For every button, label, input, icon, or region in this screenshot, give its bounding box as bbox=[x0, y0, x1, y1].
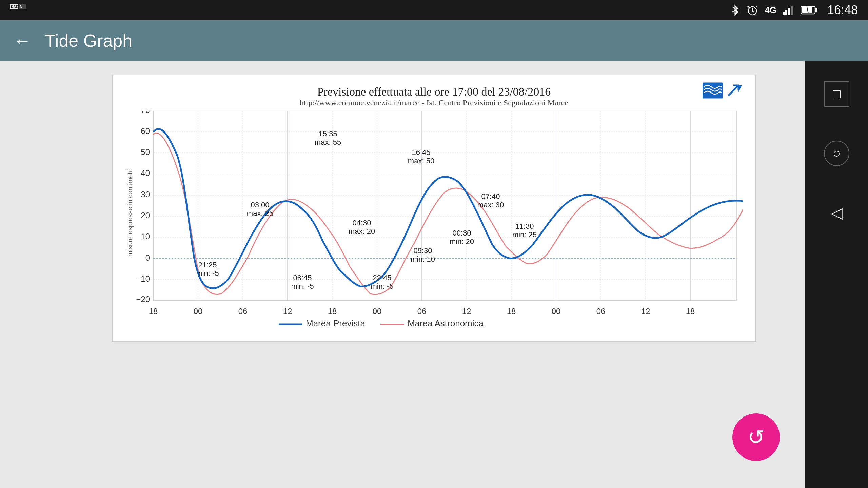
svg-text:20: 20 bbox=[141, 211, 150, 220]
svg-text:00: 00 bbox=[194, 307, 203, 316]
svg-line-7 bbox=[748, 6, 749, 7]
svg-text:70: 70 bbox=[141, 111, 150, 115]
svg-text:min: 10: min: 10 bbox=[411, 255, 435, 263]
svg-text:min: -5: min: -5 bbox=[196, 269, 219, 278]
svg-text:DATA: DATA bbox=[11, 5, 20, 9]
tide-chart-svg: 70 60 50 40 30 20 10 0 −10 −20 misure es… bbox=[126, 111, 743, 328]
status-bar: DATA N 4G bbox=[0, 0, 868, 20]
svg-text:min: -5: min: -5 bbox=[371, 282, 393, 290]
page-title: Tide Graph bbox=[45, 30, 132, 51]
svg-rect-10 bbox=[785, 10, 787, 15]
back-nav-button[interactable]: ◁ bbox=[824, 200, 849, 225]
svg-text:60: 60 bbox=[141, 126, 150, 136]
square-button[interactable]: □ bbox=[824, 81, 849, 107]
svg-rect-9 bbox=[783, 12, 785, 15]
svg-text:−20: −20 bbox=[136, 294, 150, 304]
svg-text:06: 06 bbox=[596, 307, 606, 316]
svg-text:N: N bbox=[20, 4, 23, 9]
bluetooth-icon bbox=[730, 3, 740, 17]
external-link-icon bbox=[725, 82, 742, 99]
svg-text:12: 12 bbox=[462, 307, 471, 316]
svg-text:06: 06 bbox=[417, 307, 427, 316]
svg-text:10: 10 bbox=[141, 232, 150, 241]
chart-title-main: Previsione effettuata alle ore 17:00 del… bbox=[126, 85, 742, 98]
alarm-icon bbox=[746, 4, 758, 16]
svg-text:Marea Prevista: Marea Prevista bbox=[306, 318, 365, 328]
svg-text:max: 25: max: 25 bbox=[247, 209, 273, 218]
svg-text:40: 40 bbox=[141, 168, 150, 178]
circle-button[interactable]: ○ bbox=[824, 141, 849, 166]
network-icon: 4G bbox=[765, 5, 776, 16]
svg-rect-12 bbox=[791, 6, 793, 15]
svg-text:min: 25: min: 25 bbox=[512, 230, 537, 239]
svg-text:18: 18 bbox=[686, 307, 695, 316]
status-bar-right: 4G 16:48 bbox=[730, 3, 858, 17]
svg-text:30: 30 bbox=[141, 190, 150, 199]
svg-text:04:30: 04:30 bbox=[352, 219, 371, 227]
svg-line-6 bbox=[752, 11, 754, 12]
svg-text:max: 20: max: 20 bbox=[349, 227, 375, 236]
svg-text:12: 12 bbox=[641, 307, 650, 316]
svg-text:15:35: 15:35 bbox=[318, 129, 337, 138]
svg-text:max: 55: max: 55 bbox=[315, 138, 341, 146]
svg-text:16:45: 16:45 bbox=[412, 148, 430, 157]
svg-text:−10: −10 bbox=[136, 274, 150, 283]
svg-text:06: 06 bbox=[238, 307, 248, 316]
svg-text:00:30: 00:30 bbox=[452, 229, 471, 237]
svg-text:12: 12 bbox=[283, 307, 292, 316]
svg-rect-19 bbox=[153, 111, 736, 301]
status-bar-left: DATA N bbox=[10, 4, 27, 16]
chart-header: Previsione effettuata alle ore 17:00 del… bbox=[126, 85, 742, 107]
signal-icon bbox=[783, 5, 795, 15]
svg-text:00: 00 bbox=[552, 307, 561, 316]
refresh-icon: ↺ bbox=[748, 425, 765, 449]
app-bar: ← Tide Graph bbox=[0, 20, 868, 61]
svg-text:misure espresse in centimetri: misure espresse in centimetri bbox=[126, 168, 134, 257]
battery-icon bbox=[801, 5, 818, 15]
chart-subtitle: http://www.comune.venezia.it/maree - Ist… bbox=[126, 98, 742, 107]
nav-strip: □ ○ ◁ bbox=[805, 61, 868, 488]
svg-text:08:45: 08:45 bbox=[293, 273, 312, 282]
svg-text:03:00: 03:00 bbox=[251, 201, 269, 209]
svg-rect-14 bbox=[815, 8, 817, 12]
svg-text:18: 18 bbox=[328, 307, 337, 316]
fab-refresh-button[interactable]: ↺ bbox=[732, 413, 780, 461]
svg-text:22:45: 22:45 bbox=[373, 273, 391, 282]
svg-text:18: 18 bbox=[149, 307, 158, 316]
svg-text:50: 50 bbox=[141, 147, 150, 157]
svg-text:09:30: 09:30 bbox=[413, 246, 432, 255]
svg-text:21:25: 21:25 bbox=[198, 261, 217, 269]
svg-text:max: 50: max: 50 bbox=[408, 157, 434, 165]
svg-text:0: 0 bbox=[145, 253, 150, 262]
back-button[interactable]: ← bbox=[14, 30, 31, 51]
svg-text:min: 20: min: 20 bbox=[450, 237, 474, 246]
clock-display: 16:48 bbox=[827, 3, 858, 17]
svg-text:min: -5: min: -5 bbox=[291, 282, 314, 290]
data-icon: DATA N bbox=[10, 4, 27, 16]
svg-line-8 bbox=[756, 6, 757, 7]
svg-text:07:40: 07:40 bbox=[481, 192, 500, 201]
waves-logo bbox=[703, 82, 723, 99]
svg-text:Marea Astronomica: Marea Astronomica bbox=[408, 318, 484, 328]
svg-text:max: 30: max: 30 bbox=[477, 201, 504, 209]
svg-rect-11 bbox=[788, 8, 790, 15]
svg-text:18: 18 bbox=[507, 307, 516, 316]
svg-text:00: 00 bbox=[373, 307, 382, 316]
chart-container: Previsione effettuata alle ore 17:00 del… bbox=[112, 75, 756, 342]
svg-text:11:30: 11:30 bbox=[515, 222, 534, 230]
chart-logo bbox=[703, 82, 742, 99]
